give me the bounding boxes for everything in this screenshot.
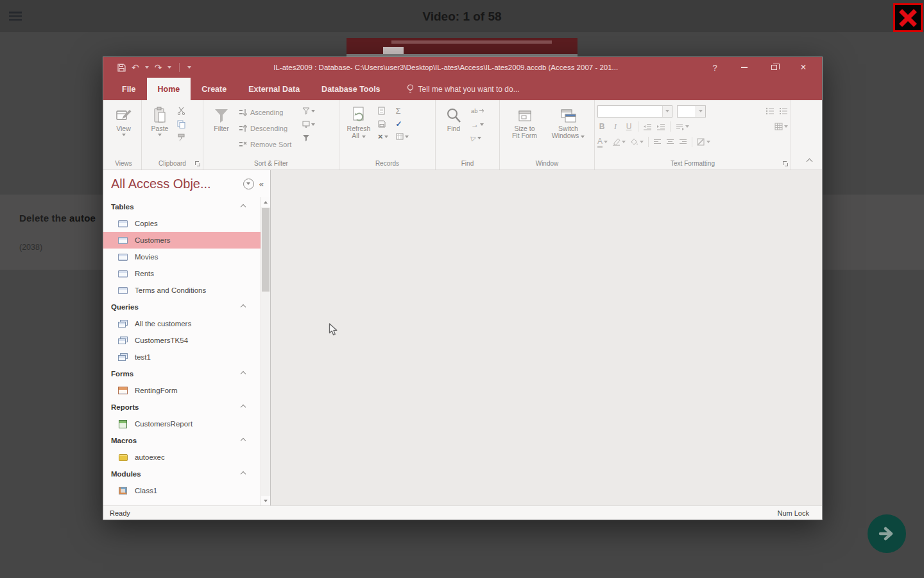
nav-item-copies[interactable]: Copies <box>103 215 261 232</box>
switch-windows-button[interactable]: SwitchWindows <box>549 102 588 139</box>
nav-group-macros[interactable]: Macros <box>103 432 261 449</box>
highlight-color-icon[interactable] <box>612 137 626 148</box>
navigation-pane: All Access Obje... « Tables Copies Custo… <box>103 170 271 505</box>
view-button[interactable]: View <box>108 102 139 136</box>
copy-icon[interactable] <box>177 119 185 130</box>
text-formatting-dialog-launcher-icon[interactable] <box>783 161 788 166</box>
paste-button[interactable]: Paste <box>144 102 175 136</box>
scrollbar-thumb[interactable] <box>262 208 270 292</box>
help-button[interactable]: ? <box>700 58 730 76</box>
toggle-filter-icon[interactable] <box>302 132 315 143</box>
redo-icon[interactable]: ↷ <box>155 63 162 72</box>
font-color-icon[interactable]: A <box>597 137 608 148</box>
document-area[interactable] <box>271 170 822 505</box>
nav-group-reports[interactable]: Reports <box>103 399 261 416</box>
descending-button[interactable]: Descending <box>239 121 300 135</box>
align-right-icon[interactable] <box>679 137 687 148</box>
numbering-icon[interactable] <box>779 106 788 117</box>
report-icon <box>117 420 128 428</box>
clipboard-dialog-launcher-icon[interactable] <box>195 161 200 166</box>
nav-item-test1[interactable]: test1 <box>103 349 261 365</box>
save-record-icon[interactable] <box>378 118 388 129</box>
ascending-button[interactable]: Ascending <box>239 105 300 119</box>
italic-icon[interactable]: I <box>611 122 620 132</box>
datasheet-formatting-icon[interactable] <box>697 137 710 148</box>
find-button[interactable]: Find <box>438 102 469 132</box>
switch-windows-icon <box>560 105 577 124</box>
nav-item-terms-and-conditions[interactable]: Terms and Conditions <box>103 282 261 299</box>
nav-item-class1[interactable]: Class1 <box>103 482 261 499</box>
tab-database-tools[interactable]: Database Tools <box>311 78 391 100</box>
more-records-icon[interactable] <box>396 131 409 142</box>
arrow-right-icon <box>877 524 896 543</box>
nav-item-customersreport[interactable]: CustomersReport <box>103 416 261 432</box>
nav-group-tables[interactable]: Tables <box>103 198 261 215</box>
tab-create[interactable]: Create <box>191 78 237 100</box>
replace-icon[interactable]: ab <box>471 105 484 116</box>
redo-dropdown-icon[interactable] <box>167 66 171 69</box>
underline-icon[interactable]: U <box>624 122 633 131</box>
advanced-filter-icon[interactable] <box>302 119 315 130</box>
goto-icon[interactable]: → <box>471 119 484 130</box>
nav-item-customerstk54[interactable]: CustomersTK54 <box>103 332 261 349</box>
undo-icon[interactable]: ↶ <box>132 63 139 72</box>
text-direction-icon[interactable] <box>675 121 689 132</box>
delete-record-button[interactable]: × <box>378 131 388 142</box>
nav-item-rents[interactable]: Rents <box>103 265 261 282</box>
nav-group-queries[interactable]: Queries <box>103 299 261 315</box>
nav-item-all-the-customers[interactable]: All the customers <box>103 315 261 332</box>
close-button[interactable]: × <box>789 58 818 76</box>
nav-item-rentingform[interactable]: RentingForm <box>103 382 261 399</box>
increase-indent-icon[interactable] <box>656 121 665 132</box>
select-icon[interactable]: ▷ <box>471 132 484 143</box>
next-video-button[interactable] <box>868 514 906 553</box>
bullets-icon[interactable] <box>766 106 774 117</box>
align-center-icon[interactable] <box>666 137 674 148</box>
cut-icon[interactable] <box>177 105 185 116</box>
font-size-combobox[interactable] <box>677 105 706 118</box>
tell-me-label: Tell me what you want to do... <box>418 85 520 94</box>
shutter-bar-close-icon[interactable]: « <box>259 179 264 189</box>
view-dropdown-icon <box>122 134 126 136</box>
save-icon[interactable] <box>117 64 126 72</box>
background-color-icon[interactable] <box>630 137 644 148</box>
status-numlock: Num Lock <box>777 509 809 517</box>
filter-options-icon[interactable] <box>302 105 315 116</box>
filter-button[interactable]: Filter <box>206 102 237 132</box>
align-left-icon[interactable] <box>653 137 662 148</box>
bold-icon[interactable]: B <box>597 122 606 131</box>
spelling-icon[interactable]: ✓ <box>396 118 409 129</box>
restore-button[interactable] <box>759 58 789 76</box>
scroll-down-icon[interactable] <box>261 496 270 505</box>
help-icon: ? <box>712 63 717 73</box>
totals-icon[interactable]: Σ <box>396 105 409 116</box>
background-video-window <box>346 38 578 57</box>
decrease-indent-icon[interactable] <box>643 121 652 132</box>
tab-home[interactable]: Home <box>147 78 191 100</box>
nav-item-autoexec[interactable]: autoexec <box>103 449 261 466</box>
undo-dropdown-icon[interactable] <box>145 66 149 69</box>
font-combobox[interactable] <box>597 105 672 118</box>
nav-item-movies[interactable]: Movies <box>103 249 261 265</box>
overlay-close-button[interactable] <box>893 3 923 32</box>
sort-filter-group-label: Sort & Filter <box>206 159 336 170</box>
navigation-pane-title[interactable]: All Access Obje... <box>111 177 243 191</box>
background-window-tab <box>383 47 404 54</box>
nav-scrollbar[interactable] <box>261 197 270 505</box>
scroll-up-icon[interactable] <box>261 197 270 207</box>
nav-item-customers[interactable]: Customers <box>103 232 261 249</box>
nav-group-modules[interactable]: Modules <box>103 466 261 482</box>
nav-group-forms[interactable]: Forms <box>103 365 261 382</box>
collapse-ribbon-icon[interactable] <box>807 159 813 165</box>
gridlines-icon[interactable] <box>774 121 788 132</box>
remove-sort-button[interactable]: Remove Sort <box>239 137 300 151</box>
refresh-all-button[interactable]: RefreshAll <box>342 102 375 139</box>
size-to-fit-form-button[interactable]: Size toFit Form <box>507 102 543 139</box>
tab-file[interactable]: File <box>111 78 147 100</box>
nav-menu-icon[interactable] <box>243 179 254 189</box>
tab-external-data[interactable]: External Data <box>237 78 311 100</box>
format-painter-icon[interactable] <box>177 132 185 143</box>
tell-me-box[interactable]: Tell me what you want to do... <box>407 78 520 100</box>
minimize-button[interactable] <box>730 58 759 76</box>
new-record-icon[interactable] <box>378 105 388 116</box>
